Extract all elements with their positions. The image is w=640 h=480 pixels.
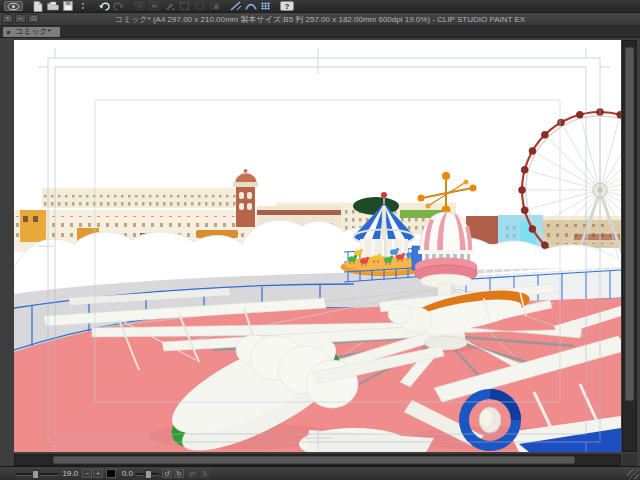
vertical-scrollbar[interactable] xyxy=(622,40,637,452)
rotation-slider[interactable] xyxy=(136,473,158,476)
vertical-scrollbar-thumb[interactable] xyxy=(625,47,634,401)
command-bar: ? xyxy=(0,0,640,13)
deselect-icon[interactable] xyxy=(193,1,206,12)
clear-outside-selection-icon[interactable] xyxy=(148,1,161,12)
snap-to-grid-icon[interactable] xyxy=(259,1,272,12)
save-file-icon[interactable] xyxy=(61,1,74,12)
command-bar-separator xyxy=(126,6,132,7)
invert-selection-icon[interactable] xyxy=(208,1,221,12)
canvas-page[interactable] xyxy=(14,40,621,452)
undo-icon[interactable] xyxy=(97,1,110,12)
window-title: コミック* (A4 297.00 x 210.00mm 製本サイズ:B5 判 2… xyxy=(60,14,580,25)
clip-studio-paint-window: ? ×─□ コミック* (A4 297.00 x 210.00mm 製本サイズ:… xyxy=(0,0,640,480)
snap-to-ruler-icon[interactable] xyxy=(229,1,242,12)
drag-handle-icon[interactable] xyxy=(76,1,89,12)
zoom-out-button[interactable]: − xyxy=(82,469,92,478)
yellow-building xyxy=(20,210,46,242)
document-title-bar: ×─□ コミック* (A4 297.00 x 210.00mm 製本サイズ:B5… xyxy=(0,13,640,26)
flip-vertical-button[interactable]: ⇅ xyxy=(200,469,210,478)
rotate-ccw-button[interactable]: ↺ xyxy=(162,469,172,478)
horizontal-scrollbar-thumb[interactable] xyxy=(53,456,575,464)
scrollbar-corner xyxy=(622,454,637,466)
horizontal-scrollbar[interactable] xyxy=(14,454,621,466)
canvas-area xyxy=(0,38,640,466)
zoom-in-button[interactable]: + xyxy=(93,469,103,478)
tab-label: コミック* xyxy=(15,27,51,36)
minimize-window-button[interactable]: ─ xyxy=(15,14,26,23)
cyan-kiosk xyxy=(520,222,536,244)
tab-comic[interactable]: コミック* xyxy=(3,27,60,37)
command-bar-separator xyxy=(90,6,96,7)
zoom-slider[interactable] xyxy=(16,473,58,476)
clock-tower xyxy=(233,169,258,227)
open-file-icon[interactable] xyxy=(46,1,59,12)
fill-icon[interactable] xyxy=(163,1,176,12)
clip-studio-eye-icon[interactable] xyxy=(4,1,23,11)
rotation-slider-handle[interactable] xyxy=(145,470,152,479)
snap-to-special-ruler-icon[interactable] xyxy=(244,1,257,12)
scale-rotate-icon[interactable] xyxy=(178,1,191,12)
new-document-icon[interactable] xyxy=(31,1,44,12)
clear-icon[interactable] xyxy=(133,1,146,12)
tab-modified-dot xyxy=(7,31,10,34)
zoom-value: 19.0 xyxy=(58,469,78,478)
rotate-cw-button[interactable]: ↻ xyxy=(174,469,184,478)
3d-scene xyxy=(14,40,621,452)
redo-icon[interactable] xyxy=(112,1,125,12)
rotation-value: 0.0 xyxy=(113,469,133,478)
window-controls: ×─□ xyxy=(2,14,39,23)
command-bar-separator xyxy=(24,6,30,7)
command-bar-separator xyxy=(273,6,279,7)
flip-horizontal-button[interactable]: ⇄ xyxy=(188,469,198,478)
close-window-button[interactable]: × xyxy=(2,14,13,23)
restore-window-button[interactable]: □ xyxy=(28,14,39,23)
zoom-slider-handle[interactable] xyxy=(32,470,39,479)
help-icon[interactable]: ? xyxy=(280,1,294,11)
canvas-tab-bar: コミック* xyxy=(0,26,640,38)
command-bar-separator xyxy=(222,6,228,7)
status-bar: 19.0 − + 0.0 ↺ ↻ ⇄ ⇅ xyxy=(0,466,640,480)
finial xyxy=(381,192,387,198)
resize-grip[interactable] xyxy=(627,469,639,479)
